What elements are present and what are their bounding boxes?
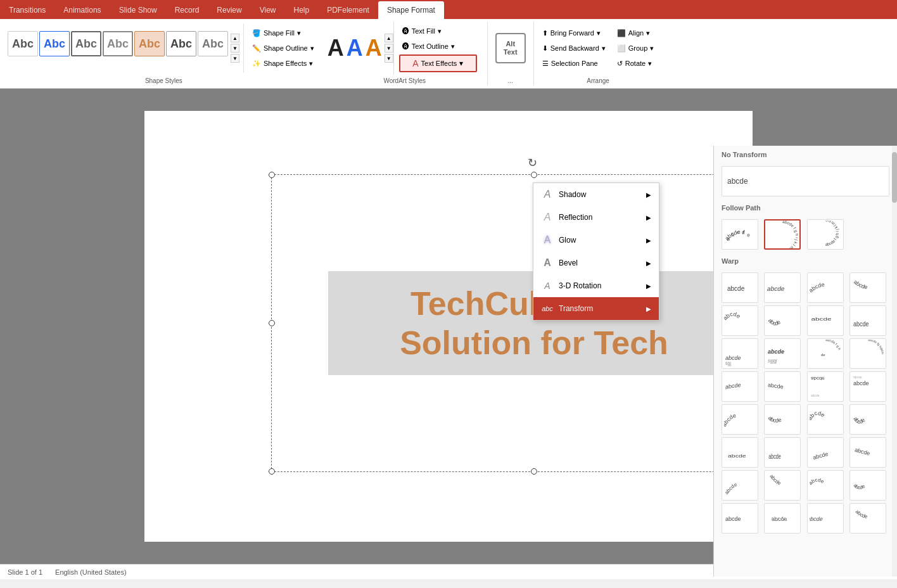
tab-help[interactable]: Help (285, 1, 319, 19)
text-effects-menu: A Shadow ▶ A Reflection ▶ A Glow ▶ A Bev… (533, 182, 659, 321)
transform-no-transform[interactable]: abcde (722, 166, 889, 196)
scrollbar-thumb[interactable] (892, 152, 897, 203)
warp-19[interactable]: abcde (807, 404, 844, 435)
tab-review[interactable]: Review (208, 1, 250, 19)
warp-13[interactable]: abcde (722, 371, 758, 402)
tab-pdfelement[interactable]: PDFelement (318, 1, 378, 19)
menu-transform[interactable]: abc Transform ▶ (533, 297, 659, 320)
shape-style-5[interactable]: Abc (134, 31, 165, 56)
shape-fill-icon: 🪣 (252, 29, 261, 37)
bring-forward-btn[interactable]: ⬆ Bring Forward ▾ (539, 26, 609, 40)
warp-5[interactable]: abcde (722, 305, 758, 336)
shape-style-3[interactable]: Abc (71, 31, 101, 56)
shape-outline-btn[interactable]: ✏️ Shape Outline ▾ (249, 41, 317, 55)
follow-path-arc-up[interactable]: abcde f a b c d e (722, 219, 758, 250)
menu-glow[interactable]: A Glow ▶ (533, 229, 659, 252)
group-btn[interactable]: ⬜ Group ▾ (614, 41, 658, 55)
wordart-letter-orange[interactable]: A (366, 35, 382, 61)
warp-8[interactable]: abcde (849, 305, 886, 336)
follow-path-circle-rev[interactable]: abcde f g h i j k l m n o (807, 219, 844, 250)
rotate-btn[interactable]: ↺ Rotate ▾ (614, 56, 658, 70)
warp-9[interactable]: abcde ŝĝĵ (722, 338, 758, 369)
alt-text-btn[interactable]: AltText (495, 33, 526, 63)
warp-7[interactable]: abcde (807, 305, 844, 336)
handle-top-left[interactable] (269, 172, 275, 178)
shape-style-2[interactable]: Abc (39, 31, 70, 56)
tab-shape-format[interactable]: Shape Format (378, 1, 444, 19)
menu-3d-rotation[interactable]: A 3-D Rotation ▶ (533, 274, 659, 297)
menu-shadow[interactable]: A Shadow ▶ (533, 183, 659, 206)
svg-text:abcde: abcde (728, 454, 746, 459)
warp-18[interactable]: abcde (764, 404, 801, 435)
svg-text:abcde: abcde (725, 355, 741, 361)
warp-grid: abcde abcde abcde abcde (714, 270, 897, 536)
warp-1[interactable]: abcde (722, 272, 758, 303)
svg-text:d: d (742, 229, 745, 235)
text-effects-btn[interactable]: A Text Effects ▾ (399, 54, 477, 72)
handle-bot-left[interactable] (269, 468, 275, 475)
scroll-up-btn[interactable]: ▲ (231, 34, 239, 42)
shape-styles-scroll[interactable]: ▲ ▼ ▼ (229, 31, 241, 65)
scroll-down-btn[interactable]: ▼ (231, 44, 239, 53)
shape-effects-btn[interactable]: ✨ Shape Effects ▾ (249, 56, 317, 70)
svg-text:abcde: abcde (853, 320, 869, 328)
warp-14[interactable]: abcde (764, 371, 801, 402)
warp-16[interactable]: abcde abcde (849, 371, 886, 402)
menu-reflection[interactable]: A Reflection ▶ (533, 206, 659, 229)
follow-path-circle[interactable]: abcde f g h i j k l m n o (764, 219, 801, 250)
warp-6[interactable]: abcde (764, 305, 801, 336)
text-outline-btn[interactable]: 🅐 Text Outline ▾ (399, 39, 477, 53)
warp-22[interactable]: abcde (764, 437, 801, 468)
tab-slide-show[interactable]: Slide Show (110, 1, 166, 19)
wordart-scroll-down[interactable]: ▼ (385, 44, 393, 53)
warp-28[interactable]: abcde (849, 470, 886, 501)
warp-15[interactable]: abcde abcde (807, 371, 844, 402)
shape-style-1[interactable]: Abc (8, 31, 38, 56)
warp-30[interactable]: abcde (764, 503, 801, 534)
tab-view[interactable]: View (251, 1, 285, 19)
selection-pane-btn[interactable]: ☰ Selection Pane (539, 56, 609, 70)
shape-style-6[interactable]: Abc (166, 31, 196, 56)
shape-style-7[interactable]: Abc (198, 31, 228, 56)
warp-24[interactable]: abcde (849, 437, 886, 468)
warp-21[interactable]: abcde (722, 437, 758, 468)
tab-record[interactable]: Record (166, 1, 208, 19)
tab-animations[interactable]: Animations (54, 1, 110, 19)
menu-bevel[interactable]: A Bevel ▶ (533, 252, 659, 274)
handle-bot-mid[interactable] (531, 468, 537, 475)
warp-32[interactable]: abcde (849, 503, 886, 534)
text-fill-btn[interactable]: 🅐 Text Fill ▾ (399, 24, 477, 38)
warp-20[interactable]: abcde (849, 404, 886, 435)
warp-12[interactable]: abcde fg hijklm (849, 338, 886, 369)
align-btn[interactable]: ⬛ Align ▾ (614, 26, 658, 40)
warp-26[interactable]: abcde (764, 470, 801, 501)
warp-31[interactable]: abcde (807, 503, 844, 534)
warp-4[interactable]: abcde (849, 272, 886, 303)
warp-10[interactable]: abcde ŝĝĵĝĵ (764, 338, 801, 369)
warp-17[interactable]: abcde (722, 404, 758, 435)
shape-fill-btn[interactable]: 🪣 Shape Fill ▾ (249, 26, 317, 40)
warp-25[interactable]: abcde (722, 470, 758, 501)
wordart-scroll-expand[interactable]: ▼ (385, 54, 393, 63)
warp-3[interactable]: abcde (807, 272, 844, 303)
scrollbar-track[interactable] (892, 146, 897, 577)
transform-icon: abc (541, 302, 554, 315)
warp-11[interactable]: abcde f g h de (807, 338, 844, 369)
handle-top-mid[interactable] (531, 172, 537, 178)
transform-panel: No Transform abcde Follow Path abcde f a… (713, 146, 897, 577)
svg-text:abcde: abcde (727, 285, 745, 292)
rotate-handle[interactable]: ↻ (528, 156, 537, 170)
wordart-letter-blue[interactable]: A (347, 35, 363, 61)
shape-style-4[interactable]: Abc (103, 31, 133, 56)
handle-mid-left[interactable] (269, 320, 275, 326)
warp-27[interactable]: abcde (807, 470, 844, 501)
wordart-scroll-up[interactable]: ▲ (385, 34, 393, 42)
send-backward-btn[interactable]: ⬇ Send Backward ▾ (539, 41, 609, 55)
warp-29[interactable]: abcde (722, 503, 758, 534)
scroll-expand-btn[interactable]: ▼ (231, 54, 239, 63)
tab-transitions[interactable]: Transitions (0, 1, 54, 19)
warp-23[interactable]: abcde (807, 437, 844, 468)
warp-2[interactable]: abcde (764, 272, 801, 303)
wordart-letter-black[interactable]: A (328, 35, 344, 61)
no-transform-header: No Transform (714, 146, 897, 163)
